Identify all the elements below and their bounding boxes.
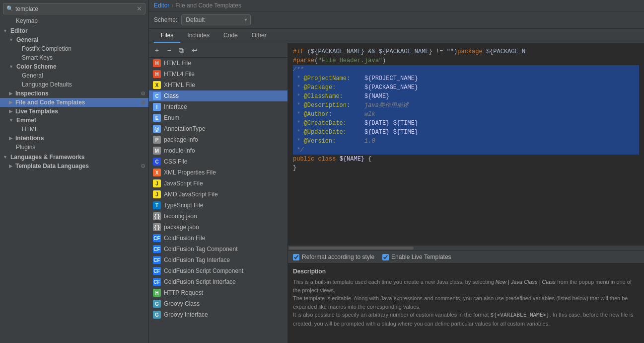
tab-files[interactable]: Files [154,29,180,43]
list-item-label: ColdFusion File [164,235,205,242]
list-item[interactable]: E Enum [149,112,287,123]
sidebar-item-smart-keys[interactable]: Smart Keys [0,53,148,62]
tab-other[interactable]: Other [245,29,274,43]
clear-search-icon[interactable]: ✕ [137,5,142,12]
expand-arrow: ▶ [9,100,12,105]
expand-arrow: ▶ [9,91,12,96]
reformat-checkbox[interactable] [293,254,299,260]
sidebar-item-languages[interactable]: ▼ Languages & Frameworks [0,153,148,162]
sidebar-item-emmet-html[interactable]: HTML [0,125,148,134]
tab-code[interactable]: Code [216,29,245,43]
description-section: Description This is a built-in template … [288,263,644,343]
pkg-file-icon: P [153,136,161,144]
list-item-label: Class [164,92,179,99]
list-item[interactable]: J JavaScript File [149,178,287,189]
list-item[interactable]: H HTML File [149,58,287,69]
search-bar[interactable]: 🔍 ✕ [3,3,145,14]
list-item[interactable]: CF ColdFusion Script Interface [149,276,287,287]
sidebar-item-cs-general[interactable]: General [0,71,148,80]
live-templates-checkbox-wrap[interactable]: Enable Live Templates [382,254,451,260]
sidebar-item-intentions[interactable]: ▶ Intentions [0,134,148,143]
code-line: * @Author: wlk [293,110,639,119]
search-input[interactable] [15,5,135,12]
list-item[interactable]: { } package.json [149,222,287,233]
scheme-dropdown-wrap[interactable]: Default [181,14,251,25]
remove-template-button[interactable]: − [164,45,174,55]
list-item[interactable]: C CSS File [149,156,287,167]
scheme-label: Scheme: [154,16,177,23]
live-templates-checkbox[interactable] [382,254,389,260]
sidebar-item-label: General [16,36,39,43]
scheme-dropdown[interactable]: Default [181,14,251,25]
enum-file-icon: E [153,114,161,122]
sidebar-item-general[interactable]: ▼ General [0,35,148,44]
code-line: #parse("File Header.java") [293,56,639,65]
sidebar-item-postfix-completion[interactable]: Postfix Completion [0,44,148,53]
list-item[interactable]: I Interface [149,101,287,112]
list-item-label: ColdFusion Tag Interface [164,257,230,263]
sidebar-item-label: Languages & Frameworks [10,154,84,161]
code-line: #if (${PACKAGE_NAME} && ${PACKAGE_NAME} … [293,47,639,56]
list-item[interactable]: G Groovy Interface [149,309,287,320]
sidebar-item-live-templates[interactable]: ▶ Live Templates [0,107,148,116]
list-item[interactable]: CF ColdFusion File [149,233,287,244]
sidebar-item-file-code-templates[interactable]: ▶ File and Code Templates ⚙ [0,98,148,107]
amd-file-icon: J [153,190,161,198]
list-item-label: ColdFusion Tag Component [164,246,238,253]
list-item[interactable]: H HTML4 File [149,69,287,80]
h-scrollbar-thumb[interactable] [289,247,414,250]
code-editor[interactable]: #if (${PACKAGE_NAME} && ${PACKAGE_NAME} … [288,43,644,245]
ts-file-icon: T [153,201,161,209]
list-item[interactable]: X XML Properties File [149,167,287,178]
list-item[interactable]: M module-info [149,145,287,156]
list-item[interactable]: P package-info [149,134,287,145]
sidebar-item-keymap[interactable]: Keymap [0,16,148,25]
sidebar-item-editor[interactable]: ▼ Editor [0,26,148,35]
sidebar-item-inspections[interactable]: ▶ Inspections ⚙ [0,89,148,98]
list-item-label: HTML File [164,60,191,67]
reset-template-button[interactable]: ↩ [189,45,201,55]
sidebar-item-label: Color Scheme [16,63,57,70]
sidebar-item-plugins[interactable]: Plugins [0,143,148,152]
list-item[interactable]: X XHTML File [149,80,287,90]
list-item[interactable]: J AMD JavaScript File [149,189,287,200]
main-content: Editor › File and Code Templates Scheme:… [149,0,644,343]
breadcrumb-parent[interactable]: Editor [154,2,169,9]
reformat-checkbox-wrap[interactable]: Reformat according to style [293,254,374,260]
sidebar-item-template-data[interactable]: ▶ Template Data Languages ⚙ [0,162,148,171]
sidebar-item-label: Language Defaults [22,81,72,88]
sidebar-item-label: Emmet [16,117,36,124]
list-item[interactable]: CF ColdFusion Tag Component [149,244,287,255]
expand-arrow: ▼ [9,37,13,42]
sidebar-item-label: Smart Keys [22,54,53,61]
code-line: * @ProjectName: ${PROJECT_NAME} [293,74,639,83]
sidebar-item-label: Keymap [16,17,38,24]
sidebar-item-color-scheme[interactable]: ▼ Color Scheme [0,62,148,71]
copy-template-button[interactable]: ⧉ [176,45,187,55]
add-template-button[interactable]: + [152,45,162,55]
list-item[interactable]: H HTTP Request [149,287,287,298]
list-item[interactable]: { } tsconfig.json [149,211,287,222]
list-item[interactable]: CF ColdFusion Script Component [149,265,287,276]
cf-script-iface-icon: CF [153,278,161,286]
list-item[interactable]: CF ColdFusion Tag Interface [149,255,287,265]
list-item[interactable]: G Groovy Class [149,298,287,309]
code-line: * @ClassName: ${NAME} [293,92,639,101]
sidebar-item-label: Live Templates [15,108,58,115]
sidebar-item-emmet[interactable]: ▼ Emmet [0,116,148,125]
code-line: */ [293,146,639,155]
list-item-label: Enum [164,114,179,121]
list-item-label: HTTP Request [164,289,203,296]
expand-arrow: ▶ [9,109,12,114]
description-text: This is a built-in template used each ti… [293,278,639,328]
tab-includes[interactable]: Includes [180,29,216,43]
tabs-bar: Files Includes Code Other [149,29,644,43]
sidebar-item-language-defaults[interactable]: Language Defaults [0,80,148,89]
sidebar-item-label: Template Data Languages [15,163,89,170]
list-item[interactable]: @ AnnotationType [149,123,287,134]
list-item[interactable]: C Class [149,90,287,101]
sidebar-item-label: Editor [10,27,28,34]
code-line: * @CreateDate: ${DATE} ${TIME} [293,119,639,128]
list-item-label: AnnotationType [164,125,205,132]
list-item[interactable]: T TypeScript File [149,200,287,211]
